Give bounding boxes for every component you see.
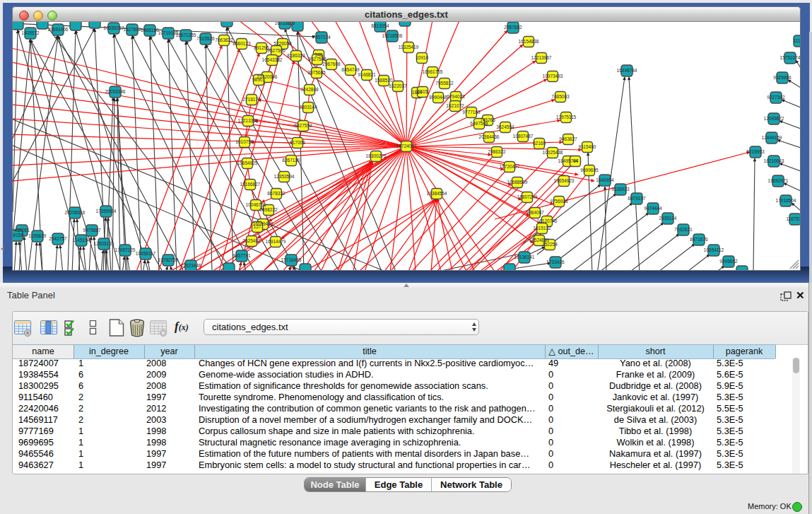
svg-text:6466160: 6466160 [141,28,159,33]
svg-text:12505135: 12505135 [94,241,114,246]
svg-text:18724007: 18724007 [396,144,417,148]
svg-text:8454749: 8454749 [341,67,360,72]
svg-text:9463627: 9463627 [559,136,577,141]
svg-text:2935114: 2935114 [659,216,677,221]
svg-text:1010755: 1010755 [235,139,254,144]
svg-text:3975685: 3975685 [307,70,326,75]
svg-text:10910: 10910 [416,55,428,60]
svg-text:7955812: 7955812 [435,81,454,86]
svg-text:12213967: 12213967 [531,55,552,60]
svg-text:20053346: 20053346 [105,89,126,94]
svg-text:1405572: 1405572 [21,30,40,35]
svg-text:18300275: 18300275 [366,153,387,158]
svg-text:9498222: 9498222 [259,207,278,212]
svg-text:16136141: 16136141 [514,255,535,259]
svg-text:15716485: 15716485 [281,257,302,262]
svg-text:10654112: 10654112 [704,247,724,252]
svg-text:8990448: 8990448 [429,95,447,100]
svg-text:6879197: 6879197 [628,196,646,201]
svg-text:19692971: 19692971 [768,178,789,183]
svg-text:7032621: 7032621 [674,227,693,232]
svg-text:1621072: 1621072 [446,103,464,108]
svg-text:16914479: 16914479 [266,239,286,244]
svg-text:2615: 2615 [418,89,428,94]
svg-text:1167533: 1167533 [787,216,800,221]
svg-text:12923448: 12923448 [181,263,201,268]
svg-text:7485063: 7485063 [551,94,570,99]
svg-text:8678332: 8678332 [267,191,286,196]
svg-text:7515526: 7515526 [196,36,215,41]
svg-text:2942757: 2942757 [49,236,67,241]
svg-text:18807249: 18807249 [517,194,538,199]
svg-text:817006: 817006 [290,140,305,145]
svg-text:17016504: 17016504 [776,198,796,203]
svg-text:10025438: 10025438 [543,150,563,155]
svg-text:12353594: 12353594 [274,174,295,179]
svg-text:16543382: 16543382 [262,57,283,62]
svg-text:11325419: 11325419 [399,45,419,49]
svg-text:9115460: 9115460 [579,144,596,149]
svg-text:16033809: 16033809 [275,22,295,25]
svg-text:9338923: 9338923 [611,187,630,192]
svg-text:6497568: 6497568 [470,121,488,126]
svg-text:98901: 98901 [252,77,265,82]
svg-text:8215953: 8215953 [746,149,765,154]
svg-text:10958117: 10958117 [136,251,156,256]
svg-text:16154838: 16154838 [519,39,539,44]
svg-text:1527602: 1527602 [123,27,141,32]
svg-text:8186323: 8186323 [287,53,305,58]
svg-text:9699695: 9699695 [580,168,599,173]
svg-text:9146821: 9146821 [358,72,376,77]
svg-text:8471676: 8471676 [690,237,708,242]
svg-text:16782759: 16782759 [158,257,179,262]
svg-text:2087682: 2087682 [504,25,522,30]
svg-text:8427552: 8427552 [294,123,312,128]
svg-text:16210643: 16210643 [764,158,784,163]
svg-text:435061: 435061 [14,228,30,233]
svg-text:9527508: 9527508 [308,57,326,62]
svg-text:9329966: 9329966 [773,75,792,80]
svg-text:7663822: 7663822 [215,37,233,42]
svg-text:9777169: 9777169 [462,110,481,115]
svg-text:11171: 11171 [793,38,800,43]
svg-text:16448784: 16448784 [617,68,637,73]
svg-text:9457791: 9457791 [233,253,251,258]
svg-text:20691406: 20691406 [48,27,69,32]
svg-text:17359924: 17359924 [96,209,117,214]
svg-text:17957225: 17957225 [115,247,136,252]
svg-text:8813054: 8813054 [371,23,389,28]
svg-text:19654923: 19654923 [554,178,575,183]
svg-text:12975115: 12975115 [556,115,577,119]
svg-text:6794028: 6794028 [447,94,465,99]
svg-text:9084067: 9084067 [526,210,544,215]
svg-text:2803144: 2803144 [299,105,317,110]
svg-text:10807487: 10807487 [513,134,534,139]
svg-text:62160: 62160 [533,141,546,146]
svg-text:12213389: 12213389 [238,118,259,123]
svg-text:1733426: 1733426 [546,259,565,264]
svg-text:1640954: 1640954 [596,177,614,182]
svg-text:127: 127 [254,224,261,229]
svg-text:1588520: 1588520 [375,78,393,83]
svg-text:19218506: 19218506 [382,33,403,38]
svg-text:1156829: 1156829 [29,233,47,238]
svg-text:7986322: 7986322 [488,149,506,154]
svg-text:6322037: 6322037 [389,83,407,88]
svg-text:7625402: 7625402 [242,238,261,243]
svg-text:10655267: 10655267 [104,25,124,30]
svg-text:5226058: 5226058 [273,41,292,46]
svg-text:9242848: 9242848 [300,87,319,92]
svg-text:16120746: 16120746 [537,218,558,223]
svg-text:44: 44 [572,158,578,163]
svg-text:19166827: 19166827 [240,182,261,187]
svg-text:10688609: 10688609 [507,180,528,185]
svg-text:10046756: 10046756 [246,202,266,207]
svg-text:1615132: 1615132 [533,226,551,230]
svg-text:12444159: 12444159 [762,135,782,140]
svg-text:15720407: 15720407 [500,164,520,169]
svg-text:7357224: 7357224 [312,35,331,40]
svg-text:39159: 39159 [13,233,23,238]
svg-text:8267130: 8267130 [282,158,300,163]
svg-text:9245652: 9245652 [719,259,738,264]
svg-text:19654925: 19654925 [237,160,258,165]
